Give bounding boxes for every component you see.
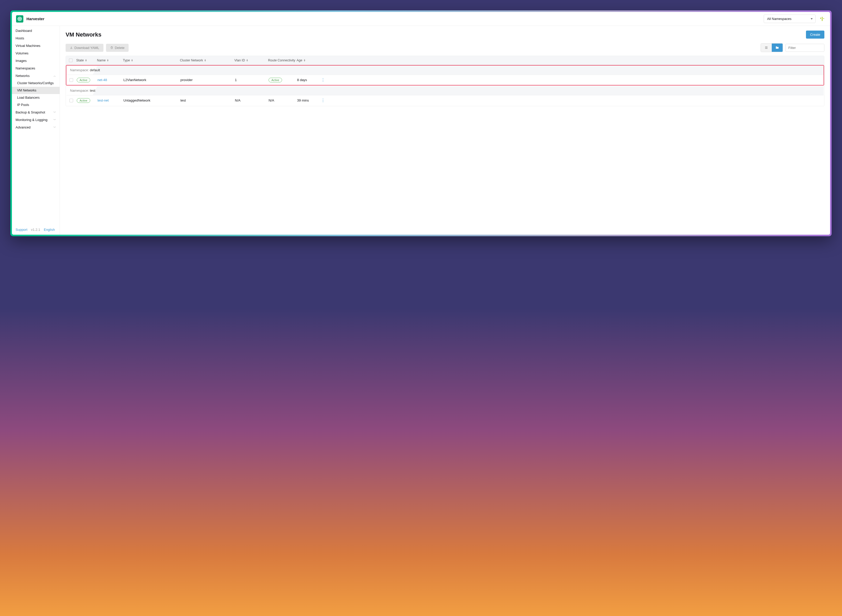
topbar: Harvester All Namespaces [12, 12, 830, 26]
svg-rect-1 [820, 18, 821, 19]
sidebar-item-label: Dashboard [16, 29, 32, 33]
table-row: Activenet-48L2VlanNetworkprovider1Active… [66, 75, 824, 85]
col-vlan-id[interactable]: Vlan ID▲▼ [234, 59, 268, 62]
download-yaml-button[interactable]: Download YAML [66, 44, 103, 52]
sidebar-item-label: Load Balancers [17, 96, 40, 100]
sidebar-item-namespaces[interactable]: Namespaces [12, 65, 60, 72]
list-view-button[interactable] [761, 44, 772, 52]
sidebar-item-vm-networks[interactable]: VM Networks [12, 87, 60, 94]
col-name[interactable]: Name▲▼ [97, 59, 123, 62]
chevron-down-icon: ﹀ [53, 118, 56, 122]
col-state[interactable]: State▲▼ [76, 59, 97, 62]
cell-age: 8 days [297, 78, 318, 82]
sidebar-item-networks[interactable]: Networks︿ [12, 72, 60, 79]
col-cluster-network[interactable]: Cluster Network▲▼ [180, 59, 234, 62]
row-checkbox[interactable] [69, 99, 73, 102]
sidebar-item-label: Virtual Machines [16, 44, 40, 48]
sidebar-item-label: Namespaces [16, 66, 35, 70]
cell-cluster-network: test [181, 98, 235, 102]
select-all-checkbox[interactable] [69, 59, 73, 62]
chevron-down-icon: ﹀ [53, 126, 56, 129]
namespace-group-header: Namespace: test [66, 86, 824, 95]
row-actions-button[interactable]: ⋮ [318, 98, 328, 103]
col-type[interactable]: Type▲▼ [123, 59, 180, 62]
sidebar-item-load-balancers[interactable]: Load Balancers [12, 94, 60, 101]
download-icon [70, 46, 73, 49]
network-table: State▲▼ Name▲▼ Type▲▼ Cluster Network▲▼ … [66, 56, 824, 106]
namespace-group-header: Namespace: default [66, 66, 824, 75]
sidebar-item-label: Cluster Networks/Configs [17, 81, 54, 85]
sidebar-item-label: Advanced [16, 125, 31, 129]
network-name-link[interactable]: net-48 [97, 78, 107, 82]
sidebar-item-advanced[interactable]: Advanced﹀ [12, 123, 60, 131]
language-link[interactable]: English [44, 228, 55, 232]
provider-icon[interactable] [818, 15, 826, 22]
chevron-down-icon: ﹀ [53, 111, 56, 114]
version-label: v1.2.1 [31, 228, 40, 232]
sidebar-item-ip-pools[interactable]: IP Pools [12, 101, 60, 109]
sidebar-item-label: Hosts [16, 36, 24, 40]
sidebar-item-hosts[interactable]: Hosts [12, 34, 60, 42]
view-toggle [761, 43, 783, 52]
sidebar-item-images[interactable]: Images [12, 57, 60, 65]
row-checkbox[interactable] [69, 78, 73, 82]
svg-rect-3 [823, 18, 824, 19]
sidebar-item-label: VM Networks [17, 89, 36, 92]
row-actions-button[interactable]: ⋮ [318, 78, 328, 82]
delete-button[interactable]: Delete [106, 44, 129, 52]
namespace-selector[interactable]: All Namespaces [764, 15, 816, 23]
brand-logo[interactable] [16, 15, 24, 22]
table-row: Activetest-netUntaggedNetworktestN/AN/A3… [66, 95, 824, 106]
sidebar-item-monitoring-logging[interactable]: Monitoring & Logging﹀ [12, 116, 60, 123]
cell-route-connectivity: Active [269, 78, 297, 82]
state-badge: Active [77, 98, 90, 103]
main-content: VM Networks Create Download YAML Delete [60, 26, 830, 235]
filter-input[interactable] [786, 44, 824, 52]
trash-icon [110, 46, 113, 49]
sidebar-item-label: Volumes [16, 51, 28, 55]
cell-type: UntaggedNetwork [123, 98, 181, 102]
sidebar-item-label: IP Pools [17, 103, 29, 107]
sidebar: DashboardHostsVirtual MachinesVolumesIma… [12, 26, 60, 235]
cell-type: L2VlanNetwork [123, 78, 181, 82]
sidebar-item-label: Monitoring & Logging [16, 118, 47, 122]
cell-vlan-id: 1 [235, 78, 269, 82]
col-age[interactable]: Age▲▼ [297, 59, 317, 62]
list-icon [764, 46, 768, 50]
sidebar-item-dashboard[interactable]: Dashboard [12, 27, 60, 34]
sidebar-item-volumes[interactable]: Volumes [12, 50, 60, 57]
sidebar-footer: Support v1.2.1 English [12, 224, 60, 235]
namespace-group: Namespace: defaultActivenet-48L2VlanNetw… [66, 65, 824, 85]
cell-vlan-id: N/A [235, 98, 269, 102]
cell-age: 39 mins [297, 98, 318, 102]
page-title: VM Networks [66, 31, 101, 38]
sidebar-item-label: Backup & Snapshot [16, 110, 45, 114]
cell-cluster-network: provider [181, 78, 235, 82]
folder-icon [775, 46, 779, 50]
chevron-up-icon: ︿ [53, 74, 56, 78]
network-name-link[interactable]: test-net [97, 98, 109, 102]
col-route-connectivity[interactable]: Route Connectivity [268, 59, 297, 62]
sidebar-item-cluster-networks-configs[interactable]: Cluster Networks/Configs [12, 79, 60, 87]
brand-name: Harvester [26, 16, 44, 21]
svg-rect-2 [822, 17, 823, 21]
namespace-group: Namespace: testActivetest-netUntaggedNet… [66, 85, 824, 106]
sidebar-item-virtual-machines[interactable]: Virtual Machines [12, 42, 60, 50]
table-header: State▲▼ Name▲▼ Type▲▼ Cluster Network▲▼ … [66, 56, 824, 65]
state-badge: Active [77, 78, 90, 82]
sidebar-item-label: Images [16, 59, 27, 63]
create-button[interactable]: Create [806, 31, 824, 39]
sidebar-item-backup-snapshot[interactable]: Backup & Snapshot﹀ [12, 109, 60, 116]
cell-route-connectivity: N/A [269, 98, 297, 102]
sidebar-item-label: Networks [16, 74, 29, 78]
support-link[interactable]: Support [16, 228, 28, 232]
group-view-button[interactable] [772, 44, 783, 52]
